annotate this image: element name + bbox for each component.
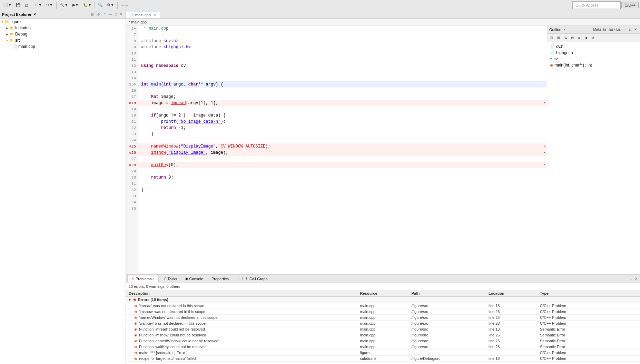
error-row-2[interactable]: ⊗ 'namedWindow' was not declared in this… bbox=[126, 315, 640, 321]
code-line-17: Mat image; bbox=[138, 94, 547, 100]
outline-header-btns: Make Ta Task Lis — □ ✕ bbox=[592, 27, 638, 32]
code-line-31 bbox=[138, 181, 547, 187]
code-span bbox=[141, 94, 151, 100]
tab-callgraph[interactable]: ⋮⋮⋮ Call Graph bbox=[233, 275, 272, 283]
tree-item-debug[interactable]: ▸ 📂 Debug bbox=[0, 31, 126, 37]
outline-maximize-btn[interactable]: □ bbox=[628, 27, 632, 32]
code-line-2: * main.cpp bbox=[138, 26, 547, 32]
tab-problems[interactable]: ⚠ Problems ✕ bbox=[127, 275, 159, 283]
quick-access-input[interactable] bbox=[572, 1, 621, 9]
error-row-6[interactable]: ⊗ Function 'namedWindow' could not be re… bbox=[126, 338, 640, 344]
tree-item-includes[interactable]: ▸ 📂 Includes bbox=[0, 25, 126, 31]
toolbar-btn-build[interactable]: 🔨▼ bbox=[58, 2, 70, 8]
error-row-1[interactable]: ⊗ 'imshow' was not declared in this scop… bbox=[126, 309, 640, 315]
tree-item-main-cpp[interactable]: 📄 main.cpp bbox=[0, 43, 126, 50]
error-desc-2: ⊗ 'namedWindow' was not declared in this… bbox=[126, 315, 357, 321]
tab-console[interactable]: ▶ Console bbox=[182, 275, 207, 283]
problems-tab-close[interactable]: ✕ bbox=[152, 277, 155, 281]
toolbar-btn-debug[interactable]: 🐛▼ bbox=[81, 2, 93, 8]
outline-close-btn[interactable]: ✕ bbox=[633, 27, 638, 32]
problems-table[interactable]: Description Resource Path Location Type … bbox=[126, 290, 640, 364]
bottom-maximize-btn[interactable]: □ bbox=[629, 276, 633, 281]
outline-minimize-btn[interactable]: — bbox=[622, 27, 628, 32]
tab-properties[interactable]: Properties bbox=[208, 275, 233, 283]
right-error-26: ▪ bbox=[543, 150, 547, 156]
outline-item-cv-h[interactable]: 📄 cv.h bbox=[549, 43, 639, 50]
highgui-h-icon: 📄 bbox=[550, 51, 555, 55]
outline-item-highgui-h[interactable]: 📄 highgui.h bbox=[549, 50, 639, 56]
error-row-7[interactable]: ⊗ Function 'waitKey' could not be resolv… bbox=[126, 344, 640, 350]
toolbar-btn-save[interactable]: 💾 bbox=[14, 2, 22, 8]
error-row-4[interactable]: ⊗ Function 'imread' could not be resolve… bbox=[126, 326, 640, 332]
error-path-8 bbox=[409, 350, 486, 356]
tab-tasks[interactable]: ✓ Tasks bbox=[159, 275, 181, 283]
outline-btn-1[interactable]: ⊟ bbox=[549, 35, 555, 41]
tab-main-cpp[interactable]: 📄 main.cpp ✕ bbox=[126, 11, 160, 18]
tasks-tab-icon: ✓ bbox=[163, 276, 166, 281]
project-explorer-header-icons: ⊟ 🔗 ⌃ — □ ✕ bbox=[90, 12, 124, 17]
sep1 bbox=[32, 2, 32, 9]
code-span: #include bbox=[141, 38, 161, 44]
task-lis-link[interactable]: Task Lis bbox=[608, 28, 621, 31]
code-span: main bbox=[151, 81, 161, 88]
toolbar-btn-nav[interactable]: ←→ bbox=[119, 2, 130, 8]
toolbar-btn-run[interactable]: ▶▼ bbox=[71, 2, 81, 8]
bottom-minimize-btn[interactable]: — bbox=[623, 276, 628, 281]
toolbar-btn-new[interactable]: ⬜▼ bbox=[1, 2, 13, 8]
tree-item-src[interactable]: ▾ 📁 src bbox=[0, 37, 126, 43]
toolbar-btn-save-all[interactable]: 🗂 bbox=[23, 2, 30, 8]
error-row-0[interactable]: ⊗ 'imread' was not declared in this scop… bbox=[126, 303, 640, 309]
error-icon-8: ⊗ bbox=[134, 351, 137, 355]
error-row-9[interactable]: ⊗ recipe for target 'src/main.o' failed … bbox=[126, 356, 640, 362]
src-expand-icon: ▾ bbox=[6, 38, 8, 43]
outline-btn-7[interactable]: ✳ bbox=[590, 35, 596, 41]
tab-close-btn[interactable]: ✕ bbox=[154, 13, 156, 17]
code-span: ); bbox=[265, 143, 270, 150]
outline-item-main-fn[interactable]: ⊛ main(int, char**) : int bbox=[549, 62, 639, 68]
code-line-23: } bbox=[138, 131, 547, 137]
code-span bbox=[141, 119, 161, 125]
maximize-btn[interactable]: □ bbox=[114, 12, 118, 17]
make-ta-link[interactable]: Make Ta bbox=[592, 28, 607, 31]
code-span: CV_WINDOW_AUTOSIZE bbox=[220, 143, 265, 150]
link-editor-btn[interactable]: 🔗 bbox=[95, 12, 101, 17]
outline-btn-5[interactable]: ≡ bbox=[576, 35, 582, 41]
error-location-9: line 18 bbox=[486, 356, 537, 362]
toolbar-btn-refactor[interactable]: ⚙▼ bbox=[105, 2, 116, 8]
error-desc-1: ⊗ 'imshow' was not declared in this scop… bbox=[126, 309, 357, 315]
group-expand-icon[interactable]: ▾ bbox=[129, 297, 131, 302]
error-desc-0: ⊗ 'imread' was not declared in this scop… bbox=[126, 303, 357, 309]
project-explorer-close-icon: ✕ bbox=[33, 13, 36, 16]
error-row-5[interactable]: ⊗ Function 'imshow' could not be resolve… bbox=[126, 332, 640, 338]
bottom-panel: ⚠ Problems ✕ ✓ Tasks ▶ Console Propertie… bbox=[126, 274, 640, 364]
bottom-close-btn[interactable]: ✕ bbox=[634, 276, 639, 281]
figure-icon: ▾ bbox=[1, 20, 3, 24]
code-content[interactable]: * main.cpp #include <cv.h> #include <hig… bbox=[138, 26, 547, 274]
outline-btn-6[interactable]: ● bbox=[583, 35, 589, 41]
error-row-3[interactable]: ⊗ 'waitKey' was not declared in this sco… bbox=[126, 321, 640, 326]
line-numbers: 2+ 7 8 9 10 11 12 13 14 15⊕ 16 17 ⊗18 19… bbox=[126, 26, 138, 274]
outline-item-cv-ns[interactable]: ≡ cv bbox=[549, 56, 639, 62]
collapse-all-btn[interactable]: ⊟ bbox=[90, 12, 95, 17]
error-icon-4: ⊗ bbox=[134, 327, 137, 331]
tab-label: main.cpp bbox=[135, 13, 151, 17]
tree-item-figure[interactable]: ▾ 📁 figure bbox=[0, 19, 126, 25]
outline-btn-4[interactable]: ⊗ bbox=[569, 35, 575, 41]
code-span: , bbox=[216, 143, 220, 150]
error-row-8[interactable]: ⊗ make: *** [src/main.o] Error 1 figure … bbox=[126, 350, 640, 356]
code-line-27 bbox=[138, 156, 547, 162]
close-btn[interactable]: ✕ bbox=[119, 12, 124, 17]
code-span bbox=[161, 38, 164, 44]
toolbar-btn-undo[interactable]: ↩▼ bbox=[33, 2, 44, 8]
outline-btn-2[interactable]: ⊞ bbox=[555, 35, 562, 41]
toolbar-btn-redo[interactable]: ↪▼ bbox=[45, 2, 55, 8]
lang-selector[interactable]: C/C++ bbox=[621, 2, 639, 8]
toolbar-btn-search[interactable]: 🔍 bbox=[96, 2, 105, 8]
ln-27: 27 bbox=[128, 156, 136, 162]
minimize-btn[interactable]: — bbox=[108, 12, 113, 17]
callgraph-tab-icon: ⋮⋮⋮ bbox=[237, 276, 248, 281]
outline-btn-3[interactable]: ⇅ bbox=[562, 35, 569, 41]
code-editor[interactable]: 2+ 7 8 9 10 11 12 13 14 15⊕ 16 17 ⊗18 19… bbox=[126, 26, 547, 274]
expand-btn[interactable]: ⌃ bbox=[102, 12, 107, 17]
ln-22: 22 bbox=[128, 125, 136, 131]
